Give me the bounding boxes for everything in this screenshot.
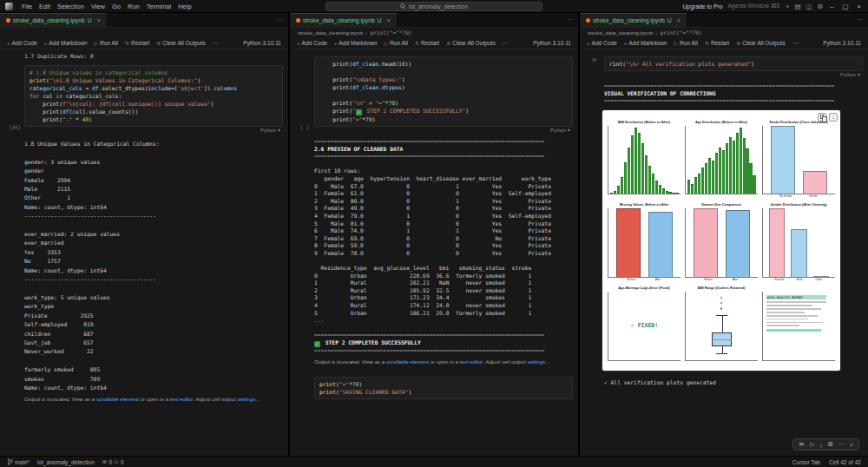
breadcrumb-cell[interactable]: print("="*70) [660, 30, 701, 36]
output-settings-link[interactable]: settings [527, 358, 545, 365]
export-icon[interactable]: ↓ [820, 442, 824, 448]
close-tab-icon[interactable]: × [387, 17, 391, 23]
kernel-picker[interactable]: Python 3.10.11 [533, 40, 571, 46]
toolbar-run-all-button[interactable]: ▷Run All [94, 40, 118, 46]
code-cell-row: ▷ rint("\n✓ All verification plots gener… [585, 56, 863, 77]
agents-window-button[interactable]: Agents Window ⌘E [728, 3, 780, 10]
menu-run[interactable]: Run [124, 3, 143, 10]
kernel-picker[interactable]: Python 3.10.11 [823, 40, 861, 46]
problems-indicator[interactable]: ⊗0 ⚠0 [102, 458, 124, 465]
git-untracked-badge: U [378, 17, 382, 23]
upgrade-to-pro-button[interactable]: Upgrade to Pro [682, 3, 722, 10]
breadcrumb[interactable]: stroke_data_cleaning.ipynb › print("="*7… [290, 28, 578, 37]
cell-position-indicator[interactable]: Cell 42 of 42 [829, 459, 861, 465]
menu-edit[interactable]: Edit [36, 3, 54, 10]
tab-stroke-data-cleaning[interactable]: stroke_data_cleaning.ipynb U × [0, 13, 108, 27]
subplot-dataset-size-comparison: Dataset Size ComparisonBeforeAfter [685, 203, 758, 282]
text-editor-link[interactable]: text editor [170, 396, 194, 402]
toolbar-more-button[interactable]: ⋯ [503, 40, 509, 47]
run-below-icon[interactable]: ≫ [799, 441, 805, 448]
menu-selection[interactable]: Selection [54, 3, 88, 10]
settings-gear-icon[interactable]: ⚙ [818, 3, 824, 10]
cell-gutter: [ ] [295, 56, 314, 133]
toolbar-add-code-button[interactable]: +Add Code [297, 40, 327, 46]
toolbar-restart-button[interactable]: ↻Restart [415, 40, 439, 46]
toolbar-add-code-button[interactable]: +Add Code [7, 40, 37, 46]
cell-language-picker[interactable]: Python [840, 72, 856, 77]
project-indicator[interactable]: iot_anomaly_detection [37, 459, 95, 465]
editor-more-actions-icon[interactable]: ⋯ [277, 16, 283, 23]
menu-file[interactable]: File [18, 3, 36, 10]
toolbar-add-code-button[interactable]: +Add Code [587, 40, 617, 46]
minimize-button[interactable]: – [828, 3, 835, 10]
cell-output: 1.8 Unique Values in Categorical Columns… [24, 140, 283, 392]
save-output-icon[interactable]: ↓ [829, 113, 838, 122]
cell-language-picker[interactable]: Python [260, 128, 276, 133]
breadcrumb-cell[interactable]: print("="*70) [370, 30, 411, 36]
add-code-icon: + [587, 41, 590, 46]
toolbar-restart-button[interactable]: ↻Restart [125, 40, 149, 46]
toolbar-add-markdown-button[interactable]: +Add Markdown [44, 40, 88, 46]
cursor-tab-indicator[interactable]: Cursor Tab [792, 459, 820, 465]
close-tab-icon[interactable]: × [677, 17, 681, 23]
menu-view[interactable]: View [88, 3, 108, 10]
code-line: print("="*70) [319, 115, 568, 123]
code-cell-editor[interactable]: print(df_clean.head(10)) print("\nData t… [314, 56, 573, 127]
new-window-icon[interactable]: + [786, 3, 789, 10]
notebook-toolbar: +Add Code+Add Markdown▷Run All↻Restart⊘C… [290, 37, 578, 49]
split-cell-icon[interactable]: ⊞ [828, 441, 833, 448]
toolbar-add-markdown-button[interactable]: +Add Markdown [334, 40, 378, 46]
breadcrumb-file[interactable]: stroke_data_cleaning.ipynb [588, 30, 653, 36]
output-line: 2.6 PREVIEW OF CLEANED DATA [314, 146, 573, 154]
editor-group-right: stroke_data_cleaning.ipynb U × ⋯ stroke_… [580, 13, 868, 456]
breadcrumb[interactable]: stroke_data_cleaning.ipynb › print("="*7… [580, 28, 868, 37]
toolbar-clear-all-outputs-button[interactable]: ⊘Clear All Outputs [446, 40, 496, 46]
toolbar-run-all-button[interactable]: ▷Run All [384, 40, 408, 46]
editor-more-actions-icon[interactable]: ⋯ [567, 16, 573, 23]
git-branch-indicator[interactable]: main* [7, 458, 30, 465]
toolbar-restart-button[interactable]: ↻Restart [705, 40, 729, 46]
toolbar-add-markdown-button[interactable]: +Add Markdown [624, 40, 667, 46]
toolbar-more-button[interactable]: ⋯ [792, 40, 799, 47]
text-editor-link[interactable]: text editor [460, 358, 483, 365]
output-line: Name: count, dtype: int64 [24, 203, 283, 212]
layout-icon[interactable]: ▤ [794, 3, 800, 10]
output-line: gender [24, 167, 283, 175]
code-cell-editor[interactable]: rint("\n✓ All verification plots generat… [604, 56, 863, 71]
scrollable-element-link[interactable]: scrollable element [386, 358, 429, 365]
code-cell-editor[interactable]: # 1.8 Unique values in categorical colum… [24, 65, 283, 127]
toolbar-clear-all-outputs-button[interactable]: ⊘Clear All Outputs [736, 40, 786, 46]
output-settings-link[interactable]: settings [237, 396, 255, 402]
tab-stroke-data-cleaning[interactable]: stroke_data_cleaning.ipynb U × [580, 13, 687, 27]
run-cell-icon[interactable]: ▷ [810, 441, 814, 448]
close-tab-icon[interactable]: × [97, 17, 101, 23]
toolbar-run-all-button[interactable]: ▷Run All [674, 40, 698, 46]
command-center-search[interactable]: iot_anomaly_detection [326, 2, 542, 11]
split-editor-icon[interactable]: ◫ [806, 3, 812, 10]
maximize-button[interactable]: ▢ [841, 3, 851, 10]
run-cell-button[interactable]: ▷ [593, 56, 596, 63]
toolbar-more-button[interactable]: ⋯ [213, 40, 219, 47]
subplot-bmi-distribution-before-vs-after: BMI Distribution (Before vs After) [608, 121, 681, 200]
delete-cell-icon[interactable]: × [850, 442, 853, 448]
cell-gutter [295, 377, 314, 399]
output-line: gender: 3 unique values [24, 158, 283, 167]
code-cell-editor[interactable]: print("="*70)print("SAVING CLEANED DATA"… [314, 377, 573, 399]
copy-output-icon[interactable] [818, 113, 826, 122]
editor-more-actions-icon[interactable]: ⋯ [857, 16, 863, 23]
output-line: Yes 3353 [24, 248, 283, 257]
more-actions-icon[interactable]: ⋯ [838, 441, 845, 448]
breadcrumb-file[interactable]: stroke_data_cleaning.ipynb [298, 30, 363, 36]
menu-go[interactable]: Go [108, 3, 124, 10]
editor-group-left: stroke_data_cleaning.ipynb U × ⋯ +Add Co… [0, 13, 290, 456]
menu-help[interactable]: Help [174, 3, 194, 10]
toolbar-clear-all-outputs-button[interactable]: ⊘Clear All Outputs [156, 40, 206, 46]
menu-terminal[interactable]: Terminal [143, 3, 174, 10]
close-window-button[interactable]: × [856, 3, 863, 10]
bar-male [791, 229, 806, 277]
tab-stroke-data-cleaning[interactable]: stroke_data_cleaning.ipynb U × [290, 13, 398, 27]
output-line: gender age hypertension heart_disease ev… [314, 175, 573, 183]
cell-language-picker[interactable]: Python [550, 128, 566, 133]
kernel-picker[interactable]: Python 3.10.11 [243, 40, 281, 46]
scrollable-element-link[interactable]: scrollable element [96, 396, 139, 402]
